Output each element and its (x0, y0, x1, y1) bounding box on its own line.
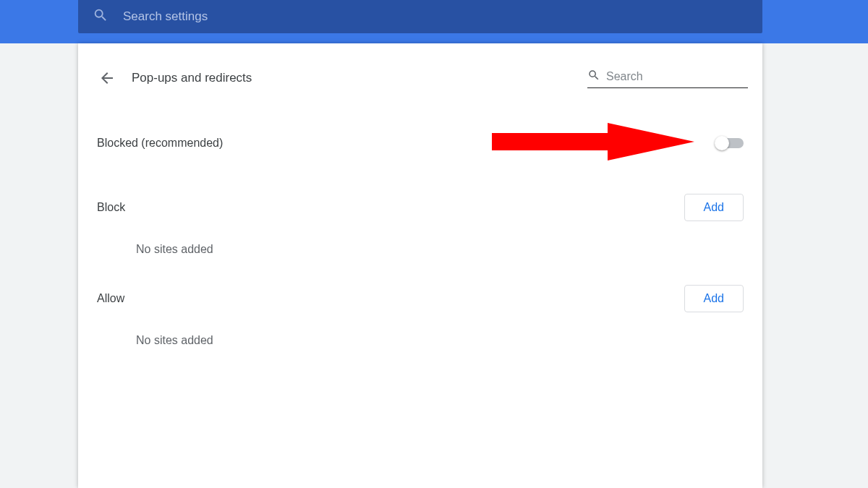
block-add-button[interactable]: Add (684, 194, 744, 221)
settings-panel: Pop-ups and redirects Blocked (recommend… (78, 43, 762, 488)
search-icon (587, 69, 600, 85)
page-title: Pop-ups and redirects (132, 71, 587, 85)
blocked-toggle-row: Blocked (recommended) (78, 98, 762, 172)
allow-add-button[interactable]: Add (684, 285, 744, 312)
allow-section: Allow Add No sites added (78, 263, 762, 354)
page-search[interactable] (587, 69, 748, 88)
settings-search-bar[interactable] (78, 0, 762, 33)
search-icon (93, 7, 109, 26)
block-empty-text: No sites added (97, 221, 744, 263)
page-search-input[interactable] (606, 70, 751, 83)
toggle-thumb (715, 136, 729, 150)
blocked-toggle-label: Blocked (recommended) (97, 137, 223, 150)
allow-section-title: Allow (97, 292, 124, 305)
block-section-title: Block (97, 201, 125, 214)
back-button[interactable] (93, 64, 122, 93)
page-header: Pop-ups and redirects (78, 58, 762, 98)
allow-section-header: Allow Add (97, 285, 744, 312)
settings-search-input[interactable] (123, 9, 748, 24)
block-section-header: Block Add (97, 194, 744, 221)
block-section: Block Add No sites added (78, 172, 762, 263)
allow-empty-text: No sites added (97, 312, 744, 354)
blocked-toggle[interactable] (715, 136, 744, 150)
